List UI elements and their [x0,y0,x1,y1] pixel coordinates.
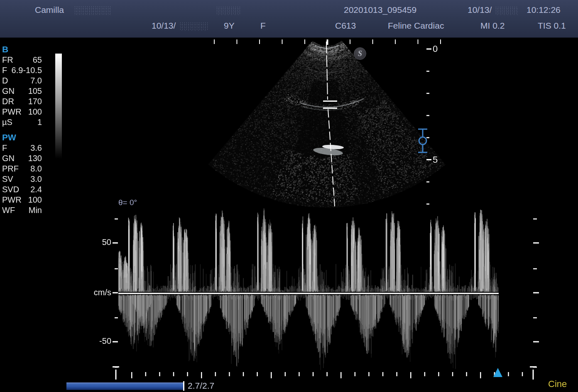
param-row: WFMin [2,205,42,216]
param-label: SVD [2,184,19,195]
patient-age: 9Y [224,21,235,31]
tis-value: TIS 0.1 [538,21,566,31]
param-label: D [2,76,8,86]
b-mode-parameter-panel: B FR65 F6.9-10.5 D7.0 GN105 DR170 PWR100… [2,44,42,127]
param-row: D7.0 [2,76,42,86]
redacted-header-text [216,6,240,15]
param-label: PWR [2,195,22,205]
param-row: SV3.0 [2,174,42,184]
cine-progress-cursor[interactable] [183,381,184,391]
probe-model: C613 [335,21,356,31]
header-bar: Camilla 20201013_095459 10/13/ 10:12:26 … [0,0,578,38]
param-row: FR65 [2,55,42,65]
param-row: PWR100 [2,107,42,117]
param-value: 105 [28,86,42,96]
b-mode-title: B [2,44,42,55]
study-date-prefix: 10/13/ [152,21,176,31]
param-value: 65 [33,55,42,65]
param-label: SV [2,174,13,184]
param-row: F3.6 [2,143,42,153]
param-row: SVD2.4 [2,184,42,195]
param-value: 1 [37,117,42,127]
current-date-prefix: 10/13/ [468,5,492,15]
redacted-patient-surname [74,6,110,15]
param-label: FR [2,55,13,65]
param-label: µS [2,117,12,127]
param-label: F [2,65,7,76]
param-label: PRF [2,164,19,174]
patient-sex: F [260,21,266,31]
param-value: 170 [28,96,42,107]
param-row: DR170 [2,96,42,107]
patient-name: Camilla [35,5,64,15]
exam-id: 20201013_095459 [344,5,416,15]
param-label: PWR [2,107,22,117]
param-value: 6.9-10.5 [12,65,42,76]
cine-label[interactable]: Cine [548,379,567,390]
param-row: F6.9-10.5 [2,65,42,76]
param-row: PRF8.0 [2,164,42,174]
redacted-study-date-year [179,22,208,31]
depth-label-0: 0 [433,44,438,54]
param-label: DR [2,96,14,107]
param-value: 100 [28,195,42,205]
velocity-label-upper: 50 [86,238,111,247]
ultrasound-screen: Camilla 20201013_095459 10/13/ 10:12:26 … [0,0,578,392]
param-row: PWR100 [2,195,42,205]
depth-label-5: 5 [433,154,438,165]
param-value: 8.0 [30,164,42,174]
redacted-date-year [495,6,518,15]
param-value: 3.0 [30,174,42,184]
pw-mode-parameter-panel: PW F3.6 GN130 PRF8.0 SV3.0 SVD2.4 PWR100… [2,132,42,216]
param-row: GN130 [2,153,42,164]
grayscale-map-bar [55,54,62,159]
current-time: 10:12:26 [527,5,561,15]
param-value: 100 [28,107,42,117]
param-label: WF [2,205,15,216]
velocity-label-lower: -50 [86,336,111,346]
param-row: µS1 [2,117,42,127]
mi-value: MI 0.2 [480,21,505,31]
param-label: GN [2,86,15,96]
cine-progress-bar[interactable] [66,382,183,390]
exam-preset: Feline Cardiac [388,21,444,31]
manufacturer-logo: S [354,47,366,60]
param-label: F [2,143,7,153]
param-value: 3.6 [30,143,42,153]
param-value: 130 [28,153,42,164]
doppler-angle-label: θ= 0° [118,198,137,207]
velocity-unit-label: cm/s [86,288,111,297]
cine-progress-value: 2.7/2.7 [188,381,214,391]
param-label: GN [2,153,15,164]
imaging-display-canvas [0,0,578,392]
param-value: 7.0 [30,76,42,86]
pw-mode-title: PW [2,132,42,143]
param-value: Min [29,205,42,216]
param-row: GN105 [2,86,42,96]
param-value: 2.4 [30,184,42,195]
